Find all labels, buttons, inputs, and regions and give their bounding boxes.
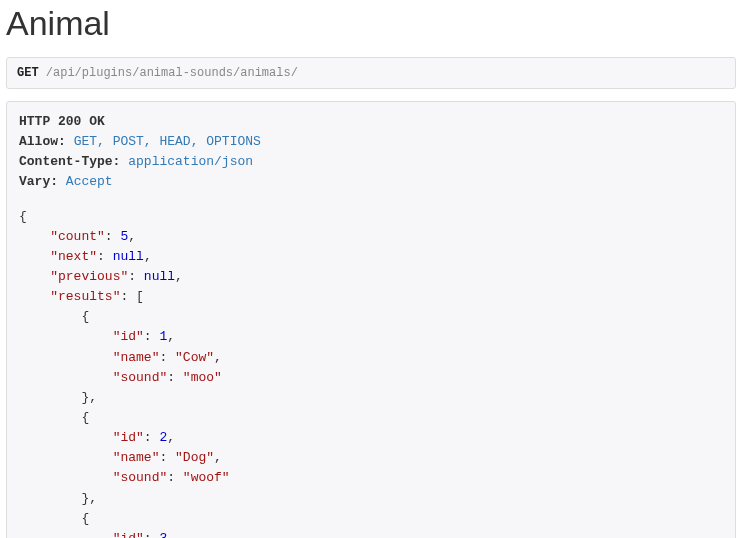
- response-body-json: { "count": 5, "next": null, "previous": …: [19, 207, 723, 538]
- response-header-allow: Allow: GET, POST, HEAD, OPTIONS: [19, 132, 723, 152]
- response-status: HTTP 200 OK: [19, 112, 723, 132]
- response-header-vary: Vary: Accept: [19, 172, 723, 192]
- request-summary: GET /api/plugins/animal-sounds/animals/: [6, 57, 736, 89]
- response-panel: HTTP 200 OK Allow: GET, POST, HEAD, OPTI…: [6, 101, 736, 538]
- content-type-value: application/json: [128, 154, 253, 169]
- allow-label: Allow:: [19, 134, 66, 149]
- content-type-label: Content-Type:: [19, 154, 120, 169]
- request-path: /api/plugins/animal-sounds/animals/: [46, 66, 298, 80]
- response-header-content-type: Content-Type: application/json: [19, 152, 723, 172]
- vary-value: Accept: [66, 174, 113, 189]
- page-title: Animal: [6, 4, 742, 43]
- vary-label: Vary:: [19, 174, 58, 189]
- allow-value: GET, POST, HEAD, OPTIONS: [74, 134, 261, 149]
- http-method: GET: [17, 66, 39, 80]
